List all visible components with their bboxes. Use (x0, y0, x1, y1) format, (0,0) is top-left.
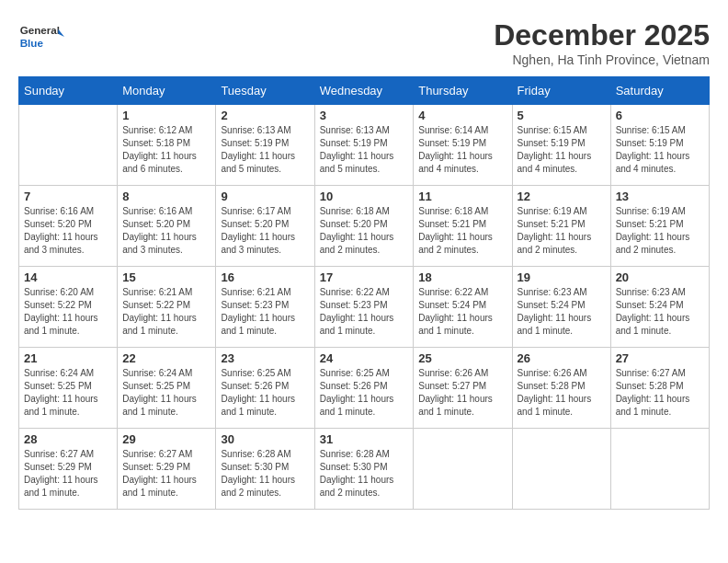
weekday-header-thursday: Thursday (414, 77, 512, 105)
svg-text:General: General (20, 25, 60, 37)
calendar-cell: 9Sunrise: 6:17 AMSunset: 5:20 PMDaylight… (216, 186, 314, 267)
calendar-cell: 3Sunrise: 6:13 AMSunset: 5:19 PMDaylight… (314, 105, 414, 186)
calendar-cell (610, 429, 709, 510)
day-info: Sunrise: 6:18 AMSunset: 5:20 PMDaylight:… (320, 205, 409, 257)
calendar-cell: 15Sunrise: 6:21 AMSunset: 5:22 PMDayligh… (118, 267, 216, 348)
day-info: Sunrise: 6:27 AMSunset: 5:29 PMDaylight:… (122, 448, 210, 500)
day-number: 3 (320, 109, 409, 122)
day-info: Sunrise: 6:25 AMSunset: 5:26 PMDaylight:… (320, 367, 409, 419)
calendar-cell: 1Sunrise: 6:12 AMSunset: 5:18 PMDaylight… (118, 105, 216, 186)
day-info: Sunrise: 6:14 AMSunset: 5:19 PMDaylight:… (418, 124, 506, 176)
calendar-week-2: 7Sunrise: 6:16 AMSunset: 5:20 PMDaylight… (19, 186, 710, 267)
calendar-cell: 7Sunrise: 6:16 AMSunset: 5:20 PMDaylight… (19, 186, 118, 267)
weekday-header-tuesday: Tuesday (216, 77, 314, 105)
calendar-cell: 20Sunrise: 6:23 AMSunset: 5:24 PMDayligh… (610, 267, 709, 348)
location-subtitle: Nghen, Ha Tinh Province, Vietnam (494, 52, 710, 67)
calendar-cell: 25Sunrise: 6:26 AMSunset: 5:27 PMDayligh… (414, 348, 512, 429)
calendar-cell (512, 429, 610, 510)
calendar-cell: 24Sunrise: 6:25 AMSunset: 5:26 PMDayligh… (314, 348, 414, 429)
calendar-cell: 10Sunrise: 6:18 AMSunset: 5:20 PMDayligh… (314, 186, 414, 267)
day-number: 28 (24, 432, 112, 446)
day-info: Sunrise: 6:25 AMSunset: 5:26 PMDaylight:… (221, 367, 309, 419)
day-number: 27 (616, 351, 704, 365)
day-number: 14 (24, 270, 112, 284)
day-info: Sunrise: 6:12 AMSunset: 5:18 PMDaylight:… (122, 124, 210, 176)
day-number: 7 (24, 190, 112, 203)
day-number: 4 (418, 109, 506, 122)
day-info: Sunrise: 6:19 AMSunset: 5:21 PMDaylight:… (518, 205, 606, 257)
calendar-cell: 28Sunrise: 6:27 AMSunset: 5:29 PMDayligh… (19, 429, 118, 510)
day-info: Sunrise: 6:21 AMSunset: 5:23 PMDaylight:… (221, 286, 309, 338)
calendar-cell: 27Sunrise: 6:27 AMSunset: 5:28 PMDayligh… (610, 348, 709, 429)
calendar-cell: 29Sunrise: 6:27 AMSunset: 5:29 PMDayligh… (118, 429, 216, 510)
day-number: 29 (122, 432, 210, 446)
day-number: 30 (221, 432, 309, 446)
calendar-cell: 19Sunrise: 6:23 AMSunset: 5:24 PMDayligh… (512, 267, 610, 348)
calendar-cell (19, 105, 118, 186)
title-block: December 2025 Nghen, Ha Tinh Province, V… (494, 18, 710, 67)
calendar-cell: 22Sunrise: 6:24 AMSunset: 5:25 PMDayligh… (118, 348, 216, 429)
weekday-header-friday: Friday (512, 77, 610, 105)
day-info: Sunrise: 6:22 AMSunset: 5:24 PMDaylight:… (418, 286, 506, 338)
day-info: Sunrise: 6:23 AMSunset: 5:24 PMDaylight:… (616, 286, 704, 338)
day-number: 13 (616, 190, 704, 203)
month-title: December 2025 (494, 18, 710, 52)
day-info: Sunrise: 6:27 AMSunset: 5:28 PMDaylight:… (616, 367, 704, 419)
day-number: 15 (122, 270, 210, 284)
day-info: Sunrise: 6:15 AMSunset: 5:19 PMDaylight:… (616, 124, 704, 176)
day-info: Sunrise: 6:26 AMSunset: 5:27 PMDaylight:… (418, 367, 506, 419)
calendar-cell: 17Sunrise: 6:22 AMSunset: 5:23 PMDayligh… (314, 267, 414, 348)
calendar-cell: 21Sunrise: 6:24 AMSunset: 5:25 PMDayligh… (19, 348, 118, 429)
day-info: Sunrise: 6:20 AMSunset: 5:22 PMDaylight:… (24, 286, 112, 338)
day-number: 18 (418, 270, 506, 284)
calendar-cell: 4Sunrise: 6:14 AMSunset: 5:19 PMDaylight… (414, 105, 512, 186)
calendar-cell: 2Sunrise: 6:13 AMSunset: 5:19 PMDaylight… (216, 105, 314, 186)
calendar-cell: 12Sunrise: 6:19 AMSunset: 5:21 PMDayligh… (512, 186, 610, 267)
calendar-cell: 16Sunrise: 6:21 AMSunset: 5:23 PMDayligh… (216, 267, 314, 348)
day-info: Sunrise: 6:28 AMSunset: 5:30 PMDaylight:… (320, 448, 409, 500)
day-info: Sunrise: 6:18 AMSunset: 5:21 PMDaylight:… (418, 205, 506, 257)
day-info: Sunrise: 6:15 AMSunset: 5:19 PMDaylight:… (518, 124, 606, 176)
logo-svg: General Blue (18, 18, 64, 55)
logo: General Blue (18, 18, 64, 55)
calendar-week-1: 1Sunrise: 6:12 AMSunset: 5:18 PMDaylight… (19, 105, 710, 186)
day-info: Sunrise: 6:28 AMSunset: 5:30 PMDaylight:… (221, 448, 309, 500)
calendar-cell: 14Sunrise: 6:20 AMSunset: 5:22 PMDayligh… (19, 267, 118, 348)
calendar-cell: 13Sunrise: 6:19 AMSunset: 5:21 PMDayligh… (610, 186, 709, 267)
day-number: 8 (122, 190, 210, 203)
calendar-cell: 18Sunrise: 6:22 AMSunset: 5:24 PMDayligh… (414, 267, 512, 348)
day-number: 19 (518, 270, 606, 284)
weekday-header-monday: Monday (118, 77, 216, 105)
weekday-header-wednesday: Wednesday (314, 77, 414, 105)
day-info: Sunrise: 6:22 AMSunset: 5:23 PMDaylight:… (320, 286, 409, 338)
day-number: 5 (518, 109, 606, 122)
weekday-header-row: SundayMondayTuesdayWednesdayThursdayFrid… (19, 77, 710, 105)
day-number: 6 (616, 109, 704, 122)
day-info: Sunrise: 6:26 AMSunset: 5:28 PMDaylight:… (518, 367, 606, 419)
day-number: 17 (320, 270, 409, 284)
day-number: 24 (320, 351, 409, 365)
calendar-cell: 26Sunrise: 6:26 AMSunset: 5:28 PMDayligh… (512, 348, 610, 429)
weekday-header-sunday: Sunday (19, 77, 118, 105)
day-number: 16 (221, 270, 309, 284)
day-number: 21 (24, 351, 112, 365)
day-number: 9 (221, 190, 309, 203)
calendar-cell: 23Sunrise: 6:25 AMSunset: 5:26 PMDayligh… (216, 348, 314, 429)
day-info: Sunrise: 6:16 AMSunset: 5:20 PMDaylight:… (122, 205, 210, 257)
calendar-table: SundayMondayTuesdayWednesdayThursdayFrid… (18, 76, 710, 510)
day-number: 20 (616, 270, 704, 284)
day-info: Sunrise: 6:27 AMSunset: 5:29 PMDaylight:… (24, 448, 112, 500)
day-info: Sunrise: 6:16 AMSunset: 5:20 PMDaylight:… (24, 205, 112, 257)
day-info: Sunrise: 6:23 AMSunset: 5:24 PMDaylight:… (518, 286, 606, 338)
day-number: 2 (221, 109, 309, 122)
calendar-week-5: 28Sunrise: 6:27 AMSunset: 5:29 PMDayligh… (19, 429, 710, 510)
calendar-cell: 31Sunrise: 6:28 AMSunset: 5:30 PMDayligh… (314, 429, 414, 510)
calendar-cell: 5Sunrise: 6:15 AMSunset: 5:19 PMDaylight… (512, 105, 610, 186)
svg-text:Blue: Blue (20, 37, 44, 49)
calendar-cell (414, 429, 512, 510)
calendar-cell: 8Sunrise: 6:16 AMSunset: 5:20 PMDaylight… (118, 186, 216, 267)
calendar-cell: 6Sunrise: 6:15 AMSunset: 5:19 PMDaylight… (610, 105, 709, 186)
day-info: Sunrise: 6:13 AMSunset: 5:19 PMDaylight:… (221, 124, 309, 176)
day-number: 1 (122, 109, 210, 122)
day-info: Sunrise: 6:24 AMSunset: 5:25 PMDaylight:… (122, 367, 210, 419)
